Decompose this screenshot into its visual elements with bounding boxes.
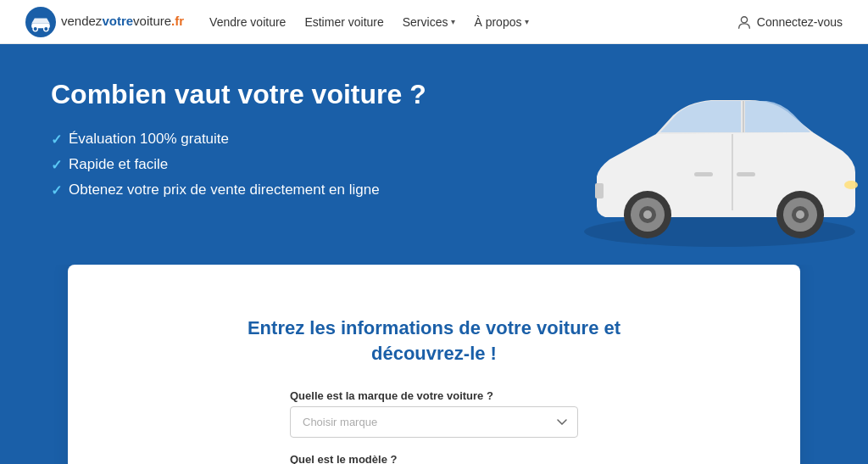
svg-rect-17 <box>694 172 713 176</box>
bullet-2: Rapide et facile <box>51 156 542 173</box>
bullet-3: Obtenez votre prix de vente directement … <box>51 182 542 198</box>
logo-icon <box>25 7 56 37</box>
form-heading: Entrez les informations de votre voiture… <box>248 316 620 366</box>
navbar-links: Vendre voiture Estimer voiture Services … <box>209 15 737 29</box>
nav-vendre-voiture[interactable]: Vendre voiture <box>209 15 286 29</box>
svg-point-2 <box>33 26 37 31</box>
svg-point-4 <box>741 16 747 22</box>
svg-point-10 <box>643 210 652 219</box>
connect-button[interactable]: Connectez-vous <box>737 14 843 30</box>
svg-point-14 <box>796 210 804 219</box>
hero-bullets: Évaluation 100% gratuite Rapide et facil… <box>51 131 542 198</box>
bullet-1: Évaluation 100% gratuite <box>51 131 542 148</box>
form-group-modele: Quel est le modèle ? Choisir modèle <box>290 453 578 464</box>
form-card: Quelle est la marque de votre voiture ? … <box>290 389 578 464</box>
form-section: Entrez les informations de votre voiture… <box>102 290 766 464</box>
chevron-down-icon: ▾ <box>451 17 455 26</box>
logo-text: vendezvotrevoiture.fr <box>61 14 184 29</box>
navbar: vendezvotrevoiture.fr Vendre voiture Est… <box>0 0 868 44</box>
svg-rect-18 <box>737 172 755 176</box>
select-marque[interactable]: Choisir marque Peugeot Renault Citroën V… <box>290 406 578 438</box>
user-icon <box>737 14 752 30</box>
car-image <box>563 75 868 265</box>
svg-rect-19 <box>595 183 604 198</box>
svg-point-16 <box>844 181 858 189</box>
nav-services[interactable]: Services ▾ <box>403 15 456 29</box>
svg-point-3 <box>44 26 48 31</box>
label-marque: Quelle est la marque de votre voiture ? <box>290 389 578 402</box>
hero-content: Combien vaut votre voiture ? Évaluation … <box>51 78 542 198</box>
hero-section: Combien vaut votre voiture ? Évaluation … <box>0 44 868 265</box>
chevron-down-icon: ▾ <box>525 17 529 26</box>
hero-title: Combien vaut votre voiture ? <box>51 78 542 110</box>
nav-apropos[interactable]: À propos ▾ <box>474 15 529 29</box>
label-modele: Quel est le modèle ? <box>290 453 578 464</box>
nav-estimer-voiture[interactable]: Estimer voiture <box>304 15 383 29</box>
form-group-marque: Quelle est la marque de votre voiture ? … <box>290 389 578 438</box>
logo[interactable]: vendezvotrevoiture.fr <box>25 7 184 37</box>
